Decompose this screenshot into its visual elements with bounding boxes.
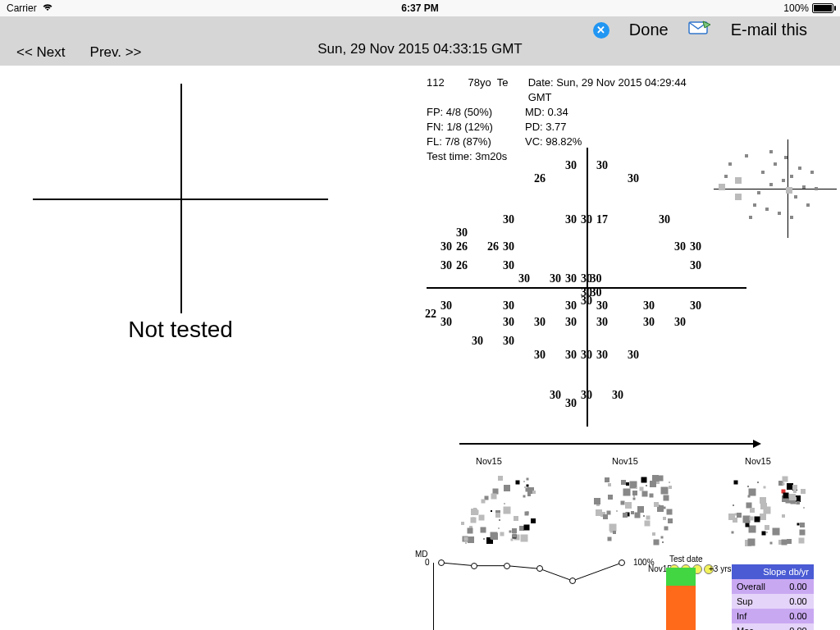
not-tested-label: Not tested — [128, 317, 233, 343]
slope-row-inf: Inf0.00 — [732, 609, 814, 623]
pd-value: PD: 3.77 — [525, 120, 705, 135]
vf-value: 30 — [518, 272, 530, 285]
slope-row-overall: Overall0.00 — [732, 579, 814, 594]
vf-value: 30 — [503, 316, 514, 329]
record-date: Sun, 29 Nov 2015 04:33:15 GMT — [317, 41, 523, 57]
vf-value: 22 — [425, 308, 436, 321]
vf-value: 30 — [581, 294, 592, 308]
visual-capacity-bar — [666, 568, 696, 630]
visual-field-chart: 3030263030303017303030262630303030263030… — [427, 148, 746, 427]
vf-value: 30 — [565, 299, 577, 313]
vf-value: 30 — [503, 259, 514, 272]
vf-value: 30 — [565, 159, 577, 172]
patient-id: 112 — [427, 76, 445, 89]
history-plot-0 — [436, 469, 551, 551]
vf-value: 30 — [590, 272, 601, 285]
vf-value: 30 — [503, 299, 514, 313]
vf-value: 30 — [534, 316, 546, 329]
plus3yrs-label: +3 yrs — [709, 564, 732, 573]
vf-value: 30 — [581, 349, 592, 362]
vf-value: 17 — [596, 213, 608, 226]
vf-value: 26 — [534, 172, 546, 185]
history-plot-2 — [705, 469, 820, 551]
vf-value: 30 — [674, 240, 686, 253]
deviation-mini-plot — [714, 139, 837, 238]
next-button[interactable]: << Next — [16, 44, 66, 61]
vf-value: 30 — [441, 259, 452, 272]
timeline-arrow-icon — [459, 443, 755, 445]
vf-value: 26 — [456, 240, 468, 253]
vf-value: 30 — [456, 226, 468, 240]
vf-value: 30 — [472, 335, 483, 348]
vf-value: 30 — [565, 213, 577, 226]
email-button[interactable]: E-mail this — [731, 21, 807, 39]
vf-value: 30 — [441, 316, 452, 329]
vf-value: 30 — [565, 349, 577, 362]
carrier-label: Carrier — [7, 2, 37, 14]
slope-table: Slope db/yr Overall0.00 Sup0.00 Inf0.00 … — [732, 564, 814, 630]
vf-value: 30 — [690, 259, 701, 272]
vf-value: 30 — [596, 316, 608, 329]
empty-cross-icon — [33, 84, 328, 313]
vf-value: 30 — [503, 335, 514, 348]
vf-value: 30 — [643, 316, 655, 329]
done-button[interactable]: Done — [629, 21, 669, 39]
close-icon[interactable]: ✕ — [593, 22, 609, 39]
vf-value: 30 — [565, 316, 577, 329]
date-label: Date: — [528, 76, 554, 89]
te-label: Te — [497, 76, 509, 89]
vf-value: 30 — [643, 299, 655, 313]
vf-value: 30 — [596, 349, 608, 362]
vf-value: 30 — [690, 240, 701, 253]
vf-value: 30 — [596, 159, 608, 172]
vf-value: 30 — [565, 397, 577, 410]
patient-age: 78yo — [468, 76, 491, 89]
status-bar: Carrier 6:37 PM 100% — [0, 0, 840, 16]
vf-value: 26 — [456, 259, 468, 272]
vf-value: 30 — [581, 213, 592, 226]
md-y0: 0 — [425, 558, 430, 567]
prev-button[interactable]: Prev. >> — [90, 44, 142, 61]
testdate-label: Test date — [669, 555, 703, 564]
vf-value: 30 — [628, 349, 639, 362]
fn-value: FN: 1/8 (12%) — [427, 120, 525, 135]
ts-label-0: Nov15 — [476, 456, 502, 466]
vf-value: 30 — [565, 272, 577, 285]
status-time: 6:37 PM — [171, 2, 669, 14]
mail-icon[interactable] — [688, 20, 711, 40]
vf-value: 30 — [628, 172, 639, 185]
ts-label-2: Nov15 — [745, 456, 771, 466]
vf-value: 30 — [441, 299, 452, 313]
vf-value: 30 — [659, 213, 670, 226]
md-value: MD: 0.34 — [525, 105, 705, 120]
left-eye-panel: Not tested — [0, 66, 361, 361]
vf-value: 30 — [550, 389, 561, 402]
vf-value: 30 — [612, 389, 623, 402]
vf-value: 30 — [534, 349, 546, 362]
vf-value: 30 — [503, 213, 514, 226]
slope-header: Slope db/yr — [732, 564, 814, 579]
vf-value: 30 — [581, 389, 592, 402]
history-plot-1 — [573, 469, 687, 551]
vf-value: 30 — [503, 240, 514, 253]
toolbar: << Next Prev. >> Sun, 29 Nov 2015 04:33:… — [0, 16, 840, 66]
vf-value: 30 — [596, 299, 608, 313]
ts-label-1: Nov15 — [612, 456, 638, 466]
fp-value: FP: 4/8 (50%) — [427, 105, 525, 120]
vf-value: 30 — [550, 272, 561, 285]
vf-value: 30 — [674, 316, 686, 329]
slope-row-mac: Mac0.00 — [732, 623, 814, 630]
slope-row-sup: Sup0.00 — [732, 594, 814, 609]
wifi-icon — [42, 2, 53, 14]
battery-pct: 100% — [783, 2, 809, 14]
content: Not tested 112 78yo Te Date: Sun, 29 Nov… — [0, 66, 840, 630]
vf-value: 30 — [441, 240, 452, 253]
md-trend-chart: MD 0 -30 100% 0% Nov15Nov15Nov15Nov15Nov… — [433, 555, 638, 630]
vf-value: 26 — [487, 240, 499, 253]
battery-icon — [812, 3, 833, 13]
vf-value: 30 — [690, 299, 701, 313]
